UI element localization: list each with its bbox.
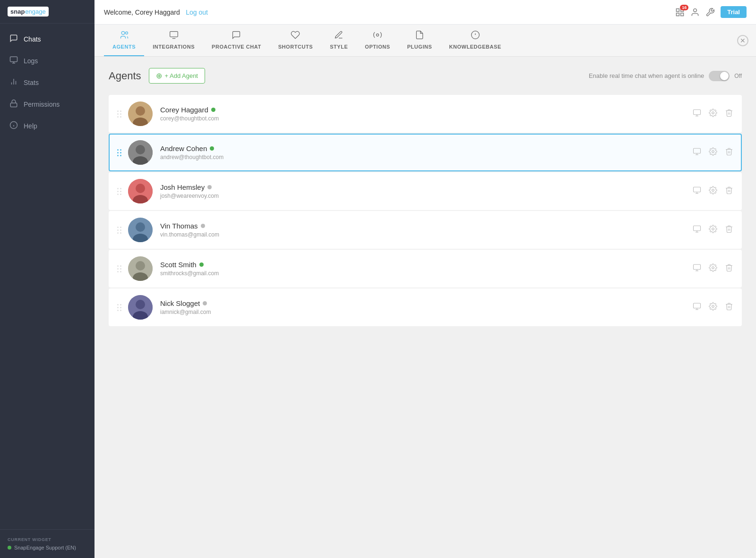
tab-proactive-chat-label: PROACTIVE CHAT xyxy=(212,44,261,50)
settings-action-icon[interactable] xyxy=(709,147,717,158)
sidebar-item-permissions[interactable]: Permissions xyxy=(0,93,94,115)
drag-handle[interactable] xyxy=(117,265,121,272)
agent-email: smithrocks@gmail.com xyxy=(160,270,693,277)
agent-row: Josh Hemsley josh@weareenvoy.com xyxy=(109,172,742,210)
offline-status-dot xyxy=(201,224,205,228)
agent-name: Corey Haggard xyxy=(160,106,693,114)
agent-email: andrew@thoughtbot.com xyxy=(160,154,693,161)
delete-action-icon[interactable] xyxy=(725,302,733,313)
agent-row: Scott Smith smithrocks@gmail.com xyxy=(109,250,742,287)
page-title: Agents xyxy=(109,70,141,82)
delete-action-icon[interactable] xyxy=(725,225,733,236)
tab-style[interactable]: STYLE xyxy=(321,25,356,56)
tab-options[interactable]: OPTIONS xyxy=(356,25,398,56)
avatar xyxy=(128,101,153,126)
welcome-section: Welcome, Corey Haggard Log out xyxy=(104,8,208,17)
agent-info: Vin Thomas vin.thomas@gmail.com xyxy=(160,222,693,238)
tab-plugins[interactable]: PLUGINS xyxy=(399,25,441,56)
grid-icon-button[interactable]: 16 xyxy=(675,8,685,17)
realtime-toggle-switch[interactable] xyxy=(709,71,730,81)
sidebar-item-logs[interactable]: Logs xyxy=(0,50,94,72)
shortcuts-tab-icon xyxy=(291,30,300,42)
svg-rect-32 xyxy=(694,148,701,153)
agent-name: Andrew Cohen xyxy=(160,144,693,152)
agent-actions xyxy=(693,225,733,236)
agent-actions xyxy=(693,186,733,197)
monitor-action-icon[interactable] xyxy=(693,186,701,197)
add-agent-plus-icon: ⊕ xyxy=(156,71,162,80)
settings-action-icon[interactable] xyxy=(709,225,717,236)
tab-shortcuts-label: SHORTCUTS xyxy=(278,44,313,50)
drag-handle[interactable] xyxy=(117,110,121,118)
offline-status-dot xyxy=(203,301,207,305)
main-content: Welcome, Corey Haggard Log out 16 xyxy=(94,0,756,558)
delete-action-icon[interactable] xyxy=(725,147,733,158)
agent-name: Vin Thomas xyxy=(160,222,693,230)
tab-shortcuts[interactable]: SHORTCUTS xyxy=(270,25,321,56)
offline-status-dot xyxy=(207,185,212,189)
svg-point-58 xyxy=(136,300,145,309)
avatar xyxy=(128,179,153,203)
agent-info: Scott Smith smithrocks@gmail.com xyxy=(160,261,693,277)
agent-name: Scott Smith xyxy=(160,261,693,269)
svg-point-15 xyxy=(125,32,128,34)
settings-action-icon[interactable] xyxy=(709,263,717,274)
settings-icon-button[interactable] xyxy=(705,8,715,17)
svg-rect-9 xyxy=(677,8,679,11)
svg-point-30 xyxy=(136,145,145,154)
tab-proactive-chat[interactable]: PROACTIVE CHAT xyxy=(203,25,270,56)
add-agent-button[interactable]: ⊕ + Add Agent xyxy=(149,68,205,84)
drag-handle[interactable] xyxy=(117,304,121,311)
sidebar-nav: Chats Logs Stats Permissions Help xyxy=(0,24,94,529)
delete-action-icon[interactable] xyxy=(725,109,733,119)
tab-integrations[interactable]: INTEGRATIONS xyxy=(144,25,203,56)
monitor-action-icon[interactable] xyxy=(693,263,701,274)
agent-actions xyxy=(693,263,733,274)
sidebar-logo: snap engage xyxy=(0,0,94,24)
svg-rect-0 xyxy=(10,57,17,62)
trial-button[interactable]: Trial xyxy=(721,6,747,18)
user-icon-button[interactable] xyxy=(690,8,700,17)
drag-handle[interactable] xyxy=(117,227,121,234)
monitor-action-icon[interactable] xyxy=(693,147,701,158)
agent-list: Corey Haggard corey@thoughtbot.com xyxy=(109,95,742,326)
chat-icon xyxy=(9,34,18,44)
sidebar-item-chats[interactable]: Chats xyxy=(0,28,94,50)
svg-rect-12 xyxy=(681,13,684,16)
help-icon xyxy=(9,121,18,131)
sidebar-item-stats[interactable]: Stats xyxy=(0,72,94,93)
drag-handle[interactable] xyxy=(117,149,121,156)
sidebar-bottom: CURRENT WIDGET SnapEngage Support (EN) xyxy=(0,529,94,558)
settings-action-icon[interactable] xyxy=(709,302,717,313)
stats-icon xyxy=(9,77,18,88)
sidebar-item-help[interactable]: Help xyxy=(0,115,94,137)
tab-close-button[interactable]: ✕ xyxy=(737,35,748,46)
logo: snap engage xyxy=(8,7,49,17)
agent-row: Vin Thomas vin.thomas@gmail.com xyxy=(109,211,742,249)
agent-email: vin.thomas@gmail.com xyxy=(160,231,693,238)
tab-knowledgebase[interactable]: KNOWLEDGEBASE xyxy=(440,25,509,56)
logout-link[interactable]: Log out xyxy=(186,8,208,16)
avatar xyxy=(128,256,153,281)
sidebar-item-stats-label: Stats xyxy=(24,79,39,86)
agent-actions xyxy=(693,109,733,119)
page-title-row: Agents ⊕ + Add Agent xyxy=(109,68,205,84)
svg-rect-60 xyxy=(694,303,701,308)
toggle-knob xyxy=(720,72,729,80)
agent-actions xyxy=(693,302,733,313)
settings-action-icon[interactable] xyxy=(709,109,717,119)
widget-name-text: SnapEngage Support (EN) xyxy=(14,545,76,550)
agent-info: Andrew Cohen andrew@thoughtbot.com xyxy=(160,144,693,161)
agent-info: Josh Hemsley josh@weareenvoy.com xyxy=(160,183,693,199)
tab-agents[interactable]: AGENTS xyxy=(104,25,144,56)
sidebar-item-permissions-label: Permissions xyxy=(24,101,60,108)
monitor-action-icon[interactable] xyxy=(693,109,701,119)
logo-engage: engage xyxy=(25,8,45,15)
settings-action-icon[interactable] xyxy=(709,186,717,197)
monitor-action-icon[interactable] xyxy=(693,302,701,313)
drag-handle[interactable] xyxy=(117,188,121,195)
monitor-action-icon[interactable] xyxy=(693,225,701,236)
delete-action-icon[interactable] xyxy=(725,263,733,274)
svg-point-51 xyxy=(136,261,145,271)
delete-action-icon[interactable] xyxy=(725,186,733,197)
